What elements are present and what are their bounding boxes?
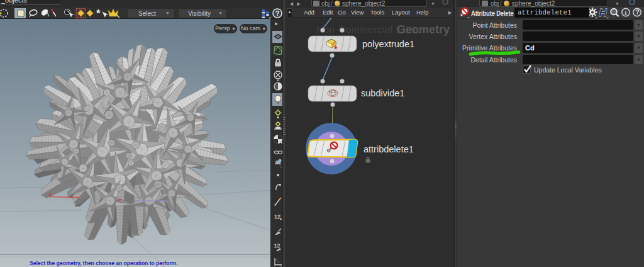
- svg-text:12: 12: [274, 213, 280, 220]
- svg-text:H: H: [599, 7, 608, 19]
- svg-text:?: ?: [635, 8, 639, 16]
- svg-text:?: ?: [275, 9, 280, 17]
- svg-text:i: i: [625, 9, 626, 16]
- svg-text:z: z: [49, 192, 52, 196]
- svg-text:12: 12: [274, 242, 280, 249]
- svg-text:*: *: [96, 8, 101, 19]
